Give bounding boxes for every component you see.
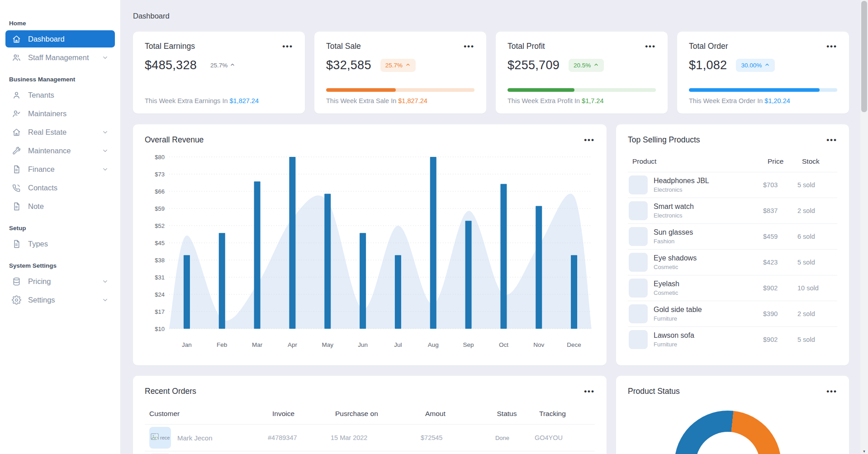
product-stock: 10 sold (797, 284, 837, 292)
order-purchase-date: 15 Mar 2022 (331, 434, 421, 441)
dashboard-app: HomeDashboardStaff ManagementBusiness Ma… (0, 0, 868, 454)
chevron-down-icon (102, 147, 109, 154)
caption-amount: $1,827.24 (398, 97, 427, 104)
y-tick-label: $38 (155, 257, 165, 264)
sidebar-item-label: Maintenance (28, 147, 71, 155)
product-price: $390 (763, 310, 797, 317)
progress-fill (689, 88, 820, 92)
products-panel-head: Top Selling Products ••• (616, 124, 849, 145)
sidebar-item-label: Staff Management (28, 53, 89, 62)
card-value-row: $32,58525.7% (326, 58, 474, 72)
sidebar-item-finance[interactable]: Finance (5, 161, 115, 178)
sidebar-item-label: Maintainers (28, 109, 66, 118)
product-thumbnail (629, 279, 648, 298)
card-caption: This Week Extra Earnings In$1,827.24 (145, 97, 293, 104)
progress-fill (508, 88, 574, 92)
x-tick-label: Mar (252, 341, 263, 348)
sidebar-item-staff-management[interactable]: Staff Management (5, 49, 115, 66)
sidebar-item-maintenance[interactable]: Maintenance (5, 142, 115, 159)
order-row-mark-jecon[interactable]: receMark Jecon#478934715 Mar 2022$72545D… (145, 424, 595, 451)
more-options-button[interactable]: ••• (826, 43, 837, 50)
product-category: Furniture (654, 315, 702, 322)
file-icon (12, 201, 22, 211)
product-row-smart-watch[interactable]: Smart watchElectronics$8372 sold (628, 198, 837, 223)
scrollbar[interactable]: ▾ (860, 0, 868, 454)
status-panel-title: Product Status (628, 387, 680, 396)
x-tick-label: Dece (567, 341, 581, 348)
user-icon (12, 90, 22, 100)
product-row-lawson-sofa[interactable]: Lawson sofaFurniture$9025 sold (628, 326, 837, 352)
broken-image-alt-text: rece (160, 435, 170, 440)
product-cell: Lawson sofaFurniture (628, 330, 763, 349)
stat-card-total-order: Total Order•••$1,08230.00%This Week Extr… (677, 32, 849, 114)
scrollbar-down-arrow[interactable]: ▾ (860, 449, 868, 454)
sidebar-item-contacts[interactable]: Contacts (5, 179, 115, 196)
sidebar-item-maintainers[interactable]: Maintainers (5, 105, 115, 122)
x-tick-label: Jul (394, 341, 402, 348)
card-caption: This Week Extra Profit In$1,7.24 (508, 97, 656, 104)
x-tick-label: Apr (288, 341, 298, 348)
more-options-button[interactable]: ••• (464, 43, 474, 50)
card-head: Total Sale••• (326, 42, 474, 51)
file-icon (12, 164, 22, 174)
home-icon (12, 34, 22, 44)
product-row-eye-shadows[interactable]: Eye shadowsCosmetic$4235 sold (628, 249, 837, 275)
scrollbar-thumb[interactable] (861, 1, 867, 112)
sidebar-section-label-system-settings: System Settings (9, 262, 111, 269)
more-options-button[interactable]: ••• (826, 136, 837, 144)
bar-feb (219, 233, 225, 329)
y-tick-label: $66 (155, 188, 165, 195)
product-status-donut-chart (674, 411, 781, 454)
delta-badge: 25.7% (380, 59, 416, 72)
product-row-gold-side-table[interactable]: Gold side tableFurniture$3902 sold (628, 301, 837, 326)
product-stock: 2 sold (797, 207, 837, 214)
sidebar-item-label: Finance (28, 165, 55, 174)
spacer (508, 72, 656, 88)
sidebar-item-real-estate[interactable]: Real Estate (5, 123, 115, 141)
sidebar-item-types[interactable]: Types (5, 235, 115, 252)
product-cell: Smart watchElectronics (628, 201, 763, 220)
card-title: Total Order (689, 42, 728, 51)
stat-card-total-earnings: Total Earnings•••$485,32825.7%This Week … (133, 32, 305, 114)
more-options-button[interactable]: ••• (645, 43, 656, 50)
gear-icon (12, 295, 22, 305)
caption-text: This Week Extra Sale In (326, 97, 396, 104)
more-options-button[interactable]: ••• (826, 388, 837, 395)
more-options-button[interactable]: ••• (282, 43, 293, 50)
delta-value: 25.7% (210, 62, 228, 69)
card-value-row: $485,32825.7% (145, 58, 293, 72)
product-row-eyelash[interactable]: EyelashCosmetic$90210 sold (628, 275, 837, 301)
more-options-button[interactable]: ••• (584, 136, 595, 144)
sidebar-item-dashboard[interactable]: Dashboard (5, 30, 115, 47)
chevron-up-icon (405, 62, 411, 69)
product-text: Eye shadowsCosmetic (654, 254, 697, 270)
sidebar-item-tenants[interactable]: Tenants (5, 86, 115, 104)
stat-cards-row: Total Earnings•••$485,32825.7%This Week … (133, 32, 849, 114)
sidebar-item-settings[interactable]: Settings (5, 291, 115, 308)
more-options-button[interactable]: ••• (584, 388, 595, 395)
bar-mar (254, 181, 261, 329)
bar-may (324, 194, 331, 329)
product-name: Gold side table (654, 306, 702, 314)
product-category: Electronics (654, 186, 709, 193)
sidebar-item-label: Real Estate (28, 128, 66, 137)
product-row-headphones-jbl[interactable]: Headphones JBLElectronics$7035 sold (628, 172, 837, 198)
product-price: $902 (763, 284, 797, 292)
product-row-sun-glasses[interactable]: Sun glassesFashion$4596 sold (628, 223, 837, 249)
revenue-panel-title: Overall Revenue (145, 135, 204, 145)
product-thumbnail (629, 175, 648, 194)
product-thumbnail (629, 201, 648, 220)
product-stock: 5 sold (797, 181, 837, 189)
sidebar-item-label: Tenants (28, 91, 54, 99)
order-tracking: GO4YOU (535, 434, 595, 441)
sidebar-item-note[interactable]: Note (5, 198, 115, 215)
product-price: $837 (763, 207, 797, 214)
stat-card-total-profit: Total Profit•••$255,70920.5%This Week Ex… (496, 32, 668, 114)
sidebar: HomeDashboardStaff ManagementBusiness Ma… (0, 0, 121, 454)
order-row-partial[interactable] (145, 451, 595, 454)
delta-plain: 25.7% (210, 62, 235, 69)
sidebar-item-pricing[interactable]: Pricing (5, 273, 115, 290)
sidebar-section-label-home: Home (9, 20, 111, 27)
product-cell: EyelashCosmetic (628, 279, 763, 298)
sidebar-item-label: Settings (28, 296, 55, 304)
